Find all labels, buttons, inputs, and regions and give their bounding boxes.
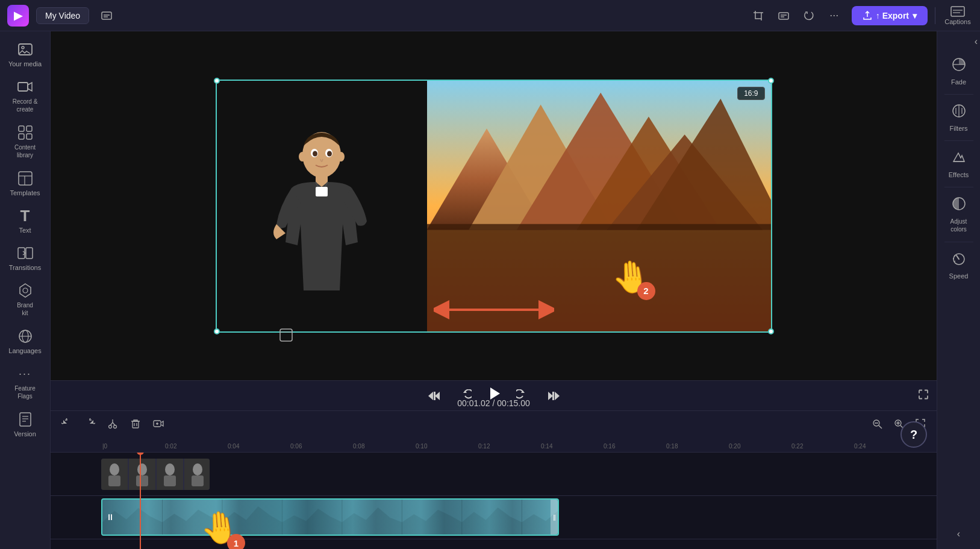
handle-bottom-left[interactable] <box>214 328 220 334</box>
sidebar-item-feature-flags[interactable]: ··· FeatureFlags <box>4 360 47 405</box>
collapse-right-panel-bottom-btn[interactable]: ‹ <box>957 529 960 539</box>
fullscreen-btn[interactable] <box>917 388 929 403</box>
topbar-tools: ··· <box>748 5 844 26</box>
skip-forward-btn[interactable] <box>543 385 565 407</box>
track-row-avatar <box>51 453 937 496</box>
svg-point-84 <box>165 463 175 475</box>
adjust-colors-icon <box>951 196 967 215</box>
svg-marker-63 <box>63 420 67 424</box>
divider-4 <box>944 242 973 242</box>
app-logo: ▶ <box>7 5 29 27</box>
brand-kit-icon <box>17 282 34 299</box>
skip-back-btn[interactable] <box>423 385 445 407</box>
svg-rect-18 <box>27 126 32 131</box>
right-sidebar-bottom: ‹ <box>957 529 960 544</box>
svg-marker-56 <box>435 392 440 400</box>
project-name[interactable]: My Video <box>36 7 89 24</box>
svg-rect-16 <box>18 83 28 91</box>
track-content-avatar[interactable] <box>101 453 937 495</box>
svg-rect-8 <box>779 13 788 19</box>
divider-2 <box>944 140 973 141</box>
track-pause-btn[interactable]: ⏸ <box>106 512 114 522</box>
right-panel-adjust-colors[interactable]: Adjustcolors <box>941 191 977 238</box>
svg-rect-25 <box>26 248 33 259</box>
svg-marker-58 <box>490 387 500 400</box>
sidebar-item-transitions[interactable]: Transitions <box>4 240 47 276</box>
crop-tool-btn[interactable] <box>748 5 769 26</box>
avatar-panel <box>217 81 428 331</box>
sidebar-item-content-library[interactable]: Contentlibrary <box>4 119 47 164</box>
sidebar-item-version[interactable]: Version <box>4 406 47 442</box>
timeline-toolbar <box>51 410 937 436</box>
track-end-handle[interactable]: ‖ <box>551 500 558 535</box>
templates-icon <box>17 170 34 187</box>
right-panel-speed[interactable]: Speed <box>941 246 977 284</box>
track-thumb-2 <box>129 459 155 490</box>
timeline-ruler: |0 0:02 0:04 0:06 0:08 0:10 0:12 0:14 0:… <box>51 436 937 453</box>
speed-icon <box>951 251 967 270</box>
more-tools-btn[interactable]: ··· <box>824 5 844 26</box>
help-button[interactable]: ? <box>900 421 927 448</box>
handle-top-left[interactable] <box>214 78 220 84</box>
track-thumb-1 <box>101 459 128 490</box>
ruler-mark-6: 0:12 <box>477 443 540 450</box>
svg-rect-0 <box>102 12 111 19</box>
filters-icon <box>951 103 967 122</box>
subtitle-tool-btn[interactable] <box>773 5 794 26</box>
sidebar-item-record-create[interactable]: Record &create <box>4 74 47 118</box>
svg-point-86 <box>193 463 202 475</box>
svg-point-82 <box>137 463 147 475</box>
ruler-mark-10: 0:20 <box>728 443 790 450</box>
undo-btn[interactable] <box>58 415 76 433</box>
ruler-mark-11: 0:22 <box>790 443 853 450</box>
svg-point-27 <box>23 288 28 293</box>
collapse-right-panel-btn[interactable]: ‹ <box>975 36 978 47</box>
sidebar-item-your-media[interactable]: Your media <box>4 36 47 72</box>
cut-btn[interactable] <box>104 415 122 433</box>
zoom-out-btn[interactable] <box>868 415 886 433</box>
handle-top-right[interactable] <box>768 78 774 84</box>
timeline-tracks: ⏸ ‖ 🤚 1 <box>51 453 937 549</box>
effects-icon <box>951 149 967 169</box>
time-display: 00:01.02 / 00:15.00 <box>457 398 530 408</box>
right-panel-fade[interactable]: Fade <box>941 52 977 90</box>
ruler-mark-5: 0:10 <box>414 443 477 450</box>
svg-marker-26 <box>20 284 31 297</box>
svg-rect-87 <box>192 475 204 486</box>
redo-btn[interactable] <box>81 415 99 433</box>
handle-bottom-right[interactable] <box>768 328 774 334</box>
svg-point-46 <box>313 151 317 156</box>
right-panel-filters[interactable]: Filters <box>941 98 977 137</box>
rotate-tool-btn[interactable] <box>799 5 819 26</box>
svg-point-66 <box>114 425 117 428</box>
avatar-track-strip <box>101 459 210 490</box>
svg-rect-24 <box>18 248 25 259</box>
aspect-ratio-badge: 16:9 <box>737 87 764 100</box>
svg-marker-62 <box>548 392 553 400</box>
background-track-strip: ⏸ ‖ <box>101 498 559 536</box>
divider-1 <box>944 94 973 95</box>
right-panel-effects[interactable]: Effects <box>941 145 977 183</box>
delete-btn[interactable] <box>126 415 145 433</box>
preview-canvas-wrapper: 🤚 2 16:9 <box>216 80 772 333</box>
export-button[interactable]: ↑ Export ▾ <box>852 6 928 25</box>
sidebar-item-text[interactable]: T Text <box>4 202 47 239</box>
preview-bottom-icon <box>279 328 293 344</box>
auto-subtitle-icon[interactable] <box>96 5 117 26</box>
ruler-mark-0: |0 <box>101 443 164 450</box>
record-create-icon <box>17 78 34 95</box>
track-content-bg[interactable]: ⏸ ‖ <box>101 496 937 539</box>
add-clip-btn[interactable] <box>149 415 167 433</box>
languages-icon <box>17 328 34 345</box>
fade-icon <box>951 57 967 76</box>
divider-3 <box>944 187 973 187</box>
svg-point-47 <box>327 151 332 156</box>
sidebar-item-templates[interactable]: Templates <box>4 165 47 201</box>
timeline-section: |0 0:02 0:04 0:06 0:08 0:10 0:12 0:14 0:… <box>51 410 937 549</box>
sidebar-item-languages[interactable]: Languages <box>4 323 47 359</box>
right-sidebar: ‹ Fade Fi <box>937 31 980 549</box>
your-media-icon <box>17 41 34 58</box>
svg-rect-17 <box>19 126 24 131</box>
sidebar-item-brand-kit[interactable]: Brandkit <box>4 277 47 322</box>
svg-rect-51 <box>316 187 328 196</box>
